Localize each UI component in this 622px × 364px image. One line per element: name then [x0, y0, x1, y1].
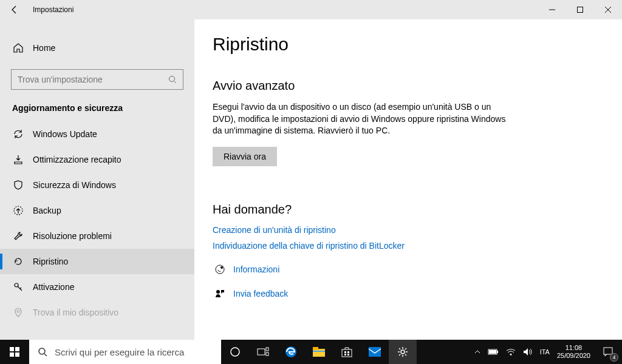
wrench-icon — [12, 231, 24, 241]
nav-label: Ripristino — [33, 257, 68, 266]
nav-label: Ottimizzazione recapito — [33, 155, 121, 164]
nav-recovery[interactable]: Ripristino — [0, 249, 194, 274]
recovery-icon — [12, 256, 24, 267]
svg-point-32 — [401, 350, 405, 354]
tray-volume-icon[interactable] — [519, 340, 536, 364]
page-title: Ripristino — [213, 34, 604, 55]
svg-point-8 — [17, 310, 19, 312]
edge-icon[interactable] — [277, 340, 305, 364]
help-link-recovery-drive[interactable]: Creazione di un'unità di ripristino — [213, 225, 604, 235]
sidebar: Home Aggiornamento e sicurezza Windows U… — [0, 19, 194, 340]
info-link[interactable]: Informazioni — [233, 265, 279, 274]
section-description: Esegui l'avvio da un dispositivo o un di… — [213, 101, 516, 137]
section-title: Aggiornamento e sicurezza — [0, 90, 194, 121]
minimize-button[interactable] — [538, 0, 566, 19]
svg-rect-15 — [15, 352, 19, 357]
nav-label: Sicurezza di Windows — [33, 180, 116, 190]
nav-label: Attivazione — [33, 282, 74, 292]
maximize-button[interactable] — [566, 0, 594, 19]
taskbar: Scrivi qui per eseguire la ricerca ITA 1… — [0, 340, 622, 364]
download-icon — [12, 154, 24, 165]
nav-troubleshoot[interactable]: Risoluzione problemi — [0, 223, 194, 249]
svg-rect-12 — [10, 347, 14, 351]
svg-rect-26 — [342, 349, 352, 357]
restart-now-button[interactable]: Riavvia ora — [213, 147, 277, 166]
clock-time: 11:08 — [566, 344, 583, 352]
section-heading: Avvio avanzato — [213, 79, 604, 93]
notification-badge: 4 — [610, 353, 618, 362]
svg-point-11 — [216, 290, 220, 294]
svg-rect-21 — [266, 352, 268, 356]
tray-clock[interactable]: 11:08 25/09/2020 — [553, 340, 594, 364]
nav-label: Trova il mio dispositivo — [33, 308, 118, 317]
help-links: Creazione di un'unità di ripristino Indi… — [213, 225, 604, 251]
nav-label: Windows Update — [33, 129, 97, 139]
svg-point-9 — [216, 265, 224, 274]
settings-taskbar-icon[interactable] — [389, 340, 417, 364]
nav-label: Risoluzione problemi — [33, 231, 112, 241]
location-icon — [12, 307, 24, 318]
close-button[interactable] — [594, 0, 622, 19]
svg-rect-25 — [313, 351, 325, 352]
feedback-link[interactable]: Invia feedback — [233, 289, 288, 298]
clock-date: 25/09/2020 — [557, 352, 590, 360]
home-label: Home — [33, 43, 55, 53]
tray-chevron[interactable] — [471, 340, 484, 364]
nav-delivery-optimization[interactable]: Ottimizzazione recapito — [0, 147, 194, 172]
info-icon — [213, 264, 227, 275]
nav-list: Windows Update Ottimizzazione recapito S… — [0, 121, 194, 325]
svg-rect-24 — [313, 347, 318, 350]
svg-rect-30 — [347, 354, 349, 356]
svg-rect-13 — [15, 347, 19, 351]
cortana-button[interactable] — [221, 340, 249, 364]
home-nav[interactable]: Home — [0, 36, 194, 59]
tray-wifi-icon[interactable] — [502, 340, 519, 364]
nav-backup[interactable]: Backup — [0, 198, 194, 223]
svg-point-4 — [169, 76, 175, 82]
svg-line-17 — [44, 354, 47, 356]
mail-icon[interactable] — [361, 340, 389, 364]
feedback-icon — [213, 288, 227, 299]
svg-line-5 — [174, 81, 177, 84]
feedback-row: Invia feedback — [213, 288, 604, 299]
help-heading: Hai domande? — [213, 203, 604, 217]
search-icon — [38, 347, 47, 357]
start-button[interactable] — [0, 340, 29, 364]
content-area: Ripristino Avvio avanzato Esegui l'avvio… — [194, 19, 622, 340]
nav-windows-update[interactable]: Windows Update — [0, 121, 194, 147]
svg-rect-19 — [258, 349, 265, 355]
svg-point-10 — [220, 266, 223, 269]
store-icon[interactable] — [333, 340, 361, 364]
backup-icon — [12, 205, 24, 216]
svg-rect-1 — [578, 7, 583, 13]
search-input[interactable] — [18, 75, 168, 84]
svg-point-18 — [231, 348, 239, 356]
svg-point-16 — [39, 348, 45, 354]
task-view-button[interactable] — [249, 340, 277, 364]
sync-icon — [12, 129, 24, 140]
back-button[interactable] — [0, 0, 29, 19]
svg-rect-28 — [347, 351, 349, 353]
titlebar: Impostazioni — [0, 0, 622, 19]
shield-icon — [12, 180, 24, 190]
tray-language[interactable]: ITA — [536, 340, 553, 364]
svg-rect-27 — [344, 351, 346, 353]
notification-center[interactable]: 4 — [594, 340, 622, 364]
taskbar-search[interactable]: Scrivi qui per eseguire la ricerca — [29, 340, 221, 364]
svg-rect-31 — [369, 347, 381, 357]
svg-rect-14 — [10, 352, 14, 357]
svg-point-36 — [510, 354, 511, 356]
home-icon — [12, 42, 24, 53]
file-explorer-icon[interactable] — [305, 340, 333, 364]
info-row: Informazioni — [213, 264, 604, 275]
taskbar-search-placeholder: Scrivi qui per eseguire la ricerca — [55, 347, 184, 357]
nav-windows-security[interactable]: Sicurezza di Windows — [0, 172, 194, 198]
help-link-bitlocker[interactable]: Individuazione della chiave di ripristin… — [213, 241, 604, 251]
search-box[interactable] — [11, 69, 183, 90]
nav-activation[interactable]: Attivazione — [0, 274, 194, 300]
svg-rect-20 — [266, 348, 268, 351]
tray-battery-icon[interactable] — [484, 340, 502, 364]
nav-find-device[interactable]: Trova il mio dispositivo — [0, 300, 194, 325]
svg-rect-29 — [344, 354, 346, 356]
nav-label: Backup — [33, 206, 61, 215]
